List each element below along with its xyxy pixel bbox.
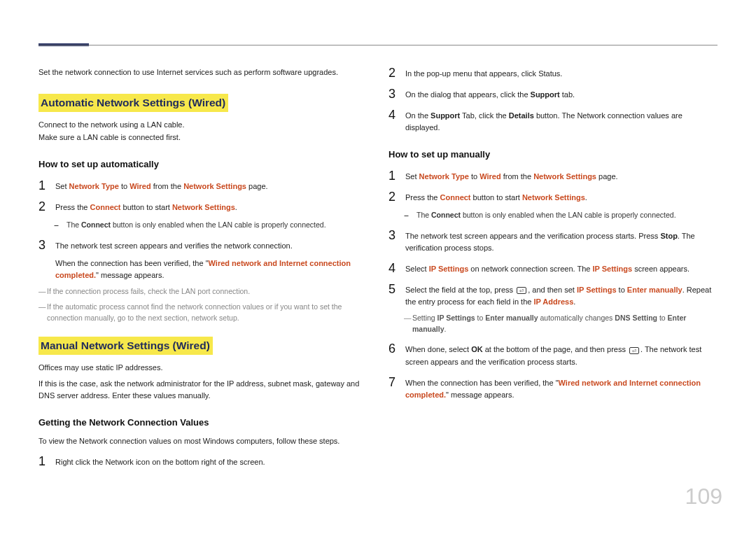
dash-icon: ― — [404, 312, 412, 335]
step-number: 1 — [388, 169, 405, 182]
text: Setting — [412, 314, 438, 322]
text: to — [119, 182, 130, 190]
text: The network test screen appears and veri… — [55, 240, 368, 252]
text: Tab, click the — [460, 111, 509, 120]
step-row: 1 Right click the Network icon on the bo… — [38, 455, 368, 468]
step-number: 4 — [388, 108, 405, 121]
step-number: 3 — [38, 239, 55, 251]
text: at the bottom of the page, and then pres… — [483, 345, 628, 353]
grey-note: ― If the connection process fails, check… — [38, 286, 368, 297]
dash-icon: ― — [38, 301, 47, 324]
header-rule — [38, 45, 718, 45]
step-row: 2 In the pop-up menu that appears, click… — [388, 66, 718, 80]
red-text: Network Settings — [522, 193, 585, 202]
text: button to start — [471, 193, 522, 202]
step-body: The network test screen appears and veri… — [55, 239, 368, 281]
red-text: Wired — [130, 182, 150, 190]
text: . — [585, 193, 587, 202]
step-row: 1 Set Network Type to Wired from the Net… — [38, 179, 368, 192]
text: from the — [151, 182, 183, 190]
text: button is only enabled when the LAN cabl… — [461, 211, 676, 219]
text: . — [573, 297, 575, 306]
red-text: IP Settings — [429, 265, 469, 273]
bold-text: Enter manually — [485, 314, 538, 322]
step-number: 7 — [388, 376, 405, 388]
red-text: Network Settings — [183, 182, 246, 190]
step-number: 2 — [388, 190, 405, 203]
dash-note: ‒ The Connect button is only enabled whe… — [388, 209, 718, 220]
bold-text: OK — [471, 345, 483, 353]
text: The network test screen appears and the … — [405, 232, 660, 240]
page-content: Set the network connection to use Intern… — [38, 66, 718, 468]
text: When done, select — [405, 345, 471, 353]
intro-text: Set the network connection to use Intern… — [38, 66, 368, 78]
step-number: 1 — [38, 455, 55, 468]
step-row: 4 Select IP Settings on network connecti… — [388, 262, 718, 275]
text: On the dialog that appears, click the — [405, 90, 531, 99]
step-body: Press the Connect button to start Networ… — [55, 200, 368, 213]
step-number: 3 — [388, 229, 405, 241]
step-row: 3 On the dialog that appears, click the … — [388, 87, 718, 101]
step-row: 7 When the connection has been verified,… — [388, 376, 718, 401]
step-row: 6 When done, select OK at the bottom of … — [388, 342, 718, 367]
bold-text: Stop — [660, 232, 677, 240]
text: . — [235, 203, 237, 211]
step-body: Right click the Network icon on the bott… — [55, 455, 368, 468]
text: button to start — [121, 203, 172, 211]
red-text: IP Settings — [592, 265, 632, 273]
sub-heading-auto: How to set up automatically — [38, 157, 368, 171]
text: Select the field at the top, press — [405, 286, 515, 294]
step-body: When done, select OK at the bottom of th… — [405, 342, 718, 367]
step-row: 1 Set Network Type to Wired from the Net… — [388, 169, 718, 183]
text: Press the — [55, 203, 90, 211]
text: page. — [596, 172, 618, 181]
sub-heading-values: Getting the Network Connection Values — [38, 416, 368, 430]
note-text: If the automatic process cannot find the… — [47, 301, 368, 324]
paragraph: Offices may use static IP addresses. — [38, 362, 368, 374]
step-number: 2 — [38, 200, 55, 213]
section-heading-auto: Automatic Network Settings (Wired) — [38, 94, 228, 112]
step-row: 2 Press the Connect button to start Netw… — [388, 190, 718, 204]
bold-text: IP Settings — [438, 314, 475, 322]
note-text: Setting IP Settings to Enter manually au… — [412, 312, 718, 335]
note-text: If the connection process fails, check t… — [47, 286, 368, 297]
step-number: 5 — [388, 283, 405, 295]
text: " message appears. — [96, 271, 164, 279]
section-heading-manual: Manual Network Settings (Wired) — [38, 337, 213, 355]
step-row: 5 Select the field at the top, press ⏎, … — [388, 283, 718, 308]
red-text: Network Type — [69, 182, 119, 190]
dash-text: The Connect button is only enabled when … — [416, 209, 718, 220]
dash-icon: ‒ — [54, 219, 66, 230]
bold-text: Connect — [81, 220, 111, 229]
text: button is only enabled when the LAN cabl… — [111, 220, 326, 229]
step-body: Select the field at the top, press ⏎, an… — [405, 283, 718, 308]
step-number: 6 — [388, 342, 405, 355]
step-row: 3 The network test screen appears and th… — [388, 229, 718, 254]
red-text: Enter manually — [627, 286, 682, 294]
text: Select — [405, 265, 429, 273]
text: to — [657, 314, 668, 322]
dash-icon: ― — [38, 286, 47, 297]
red-text: Network Settings — [533, 172, 596, 181]
text: Press the — [405, 193, 440, 202]
paragraph: To view the Network connection values on… — [38, 435, 368, 447]
text: On the — [405, 111, 430, 120]
left-column: Set the network connection to use Intern… — [38, 66, 368, 468]
text: automatically changes — [538, 314, 615, 322]
step-body: Select IP Settings on network connection… — [405, 262, 718, 275]
red-text: Wired — [479, 172, 500, 181]
text: page. — [246, 182, 268, 190]
bold-text: DNS Setting — [615, 314, 657, 322]
step-row: 4 On the Support Tab, click the Details … — [388, 108, 718, 134]
step-body: In the pop-up menu that appears, click S… — [405, 66, 718, 80]
text: from the — [501, 172, 533, 181]
step-body: When the connection has been verified, t… — [405, 376, 718, 401]
dash-note: ‒ The Connect button is only enabled whe… — [38, 219, 368, 230]
text: , and then set — [528, 286, 577, 294]
grey-note: ― Setting IP Settings to Enter manually … — [404, 312, 718, 335]
red-text: IP Settings — [577, 286, 617, 294]
text: screen appears. — [632, 265, 690, 273]
red-text: IP Address — [533, 297, 573, 306]
text: on network connection screen. The — [468, 265, 592, 273]
text: tab. — [560, 90, 575, 99]
